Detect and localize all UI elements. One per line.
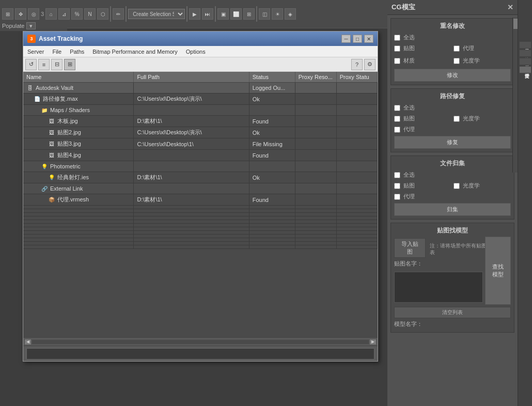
collect-button[interactable]: 归集 bbox=[394, 203, 511, 216]
scroll-track[interactable] bbox=[32, 339, 369, 345]
toolbar-icon-light[interactable]: ☀ bbox=[272, 8, 283, 20]
toolbar-icon-pen[interactable]: ✏ bbox=[113, 8, 124, 20]
toolbar-icon-box[interactable]: ▣ bbox=[217, 8, 229, 20]
row-proxy-stat bbox=[336, 194, 377, 206]
populate-label: Populate bbox=[2, 23, 24, 29]
row-name: 木板.jpg bbox=[57, 117, 78, 125]
row-status: Ok bbox=[249, 172, 295, 183]
close-button[interactable]: ✕ bbox=[364, 35, 373, 43]
sidebar-item-scene[interactable]: 场景优化 bbox=[519, 41, 531, 49]
col-status[interactable]: Status bbox=[249, 72, 295, 83]
query-model-button[interactable]: 查找 模型 bbox=[485, 237, 511, 305]
toolbar-icon-3[interactable]: ◎ bbox=[28, 8, 39, 20]
collect-all-checkbox[interactable] bbox=[394, 172, 400, 178]
row-proxy-res bbox=[295, 172, 336, 183]
row-path bbox=[134, 105, 249, 116]
toolbar-icon-6[interactable]: % bbox=[71, 8, 83, 20]
rename-all-checkbox[interactable] bbox=[394, 35, 400, 41]
toolbar-icon-step[interactable]: ⏭ bbox=[202, 8, 213, 20]
toolbar-icon-play[interactable]: ▶ bbox=[189, 8, 200, 20]
toolbar-icon-4[interactable]: ⌂ bbox=[45, 8, 57, 20]
asset-table-container[interactable]: Name Full Path Status Proxy Reso... Prox… bbox=[23, 72, 378, 337]
sidebar-item-file[interactable]: 文件管理 bbox=[519, 66, 531, 73]
rename-material-row: 材质 bbox=[394, 57, 452, 65]
import-texture-button[interactable]: 导入贴图 bbox=[394, 238, 426, 258]
cg-close-btn[interactable]: ✕ bbox=[507, 3, 513, 11]
asset-input-row bbox=[23, 346, 378, 361]
panel-scrollbar[interactable] bbox=[512, 18, 518, 173]
toolbar-icon-1[interactable]: ⊞ bbox=[2, 8, 13, 20]
row-status: Found bbox=[249, 194, 295, 206]
clear-list-button[interactable]: 清空列表 bbox=[394, 307, 511, 318]
row-status: Found bbox=[249, 150, 295, 161]
row-path bbox=[134, 161, 249, 172]
toolbar-icon-5[interactable]: ⊿ bbox=[58, 8, 70, 20]
rename-proxy-checkbox[interactable] bbox=[453, 45, 460, 52]
repair-button[interactable]: 修复 bbox=[394, 136, 511, 149]
path-photometric-label: 光度学 bbox=[463, 115, 480, 122]
scroll-left-btn[interactable]: ◀ bbox=[24, 339, 32, 345]
row-path: C:\Users\xl\Desktop\演示\ bbox=[134, 127, 249, 138]
cg-panel-content: CG模宝 ✕ 重名修改 全选 贴图 代理 材质 bbox=[387, 0, 518, 406]
asset-input-field[interactable] bbox=[26, 348, 374, 360]
collect-proxy-checkbox[interactable] bbox=[394, 194, 400, 200]
menu-paths[interactable]: Paths bbox=[66, 48, 88, 56]
toolbar-btn-settings[interactable]: ⚙ bbox=[364, 59, 375, 70]
col-proxy-res[interactable]: Proxy Reso... bbox=[295, 72, 336, 83]
sidebar-item-render[interactable]: 渲染 bbox=[519, 50, 531, 57]
row-path: D:\素材\1\ bbox=[134, 116, 249, 127]
menu-options[interactable]: Options bbox=[182, 48, 210, 56]
modify-button[interactable]: 修改 bbox=[394, 69, 511, 82]
panel-scroll-thumb[interactable] bbox=[513, 19, 518, 29]
toolbar-icon-2[interactable]: ✥ bbox=[15, 8, 26, 20]
horizontal-scrollbar[interactable]: ◀ ▶ bbox=[23, 337, 378, 346]
restore-button[interactable]: □ bbox=[353, 35, 362, 43]
toolbar-icon-mat[interactable]: ◈ bbox=[285, 8, 296, 20]
path-texture-row: 贴图 bbox=[394, 115, 452, 122]
populate-dropdown[interactable]: ▾ bbox=[26, 22, 36, 29]
scroll-right-btn[interactable]: ▶ bbox=[369, 339, 377, 345]
menu-file[interactable]: File bbox=[48, 48, 66, 56]
rename-section: 重名修改 全选 贴图 代理 材质 光度学 修改 bbox=[390, 18, 514, 85]
rename-photometric-row: 光度学 bbox=[453, 57, 511, 65]
toolbar-btn-4[interactable]: ⊞ bbox=[64, 59, 75, 70]
rename-texture-checkbox[interactable] bbox=[394, 45, 400, 52]
toolbar-icon-frame[interactable]: ⬜ bbox=[230, 8, 242, 20]
col-path[interactable]: Full Path bbox=[134, 72, 249, 83]
create-selection-dropdown[interactable]: Create Selection Se... bbox=[128, 9, 185, 19]
table-row: 💡 经典射灯.ies D:\素材\1\ Ok bbox=[23, 172, 378, 183]
path-texture-checkbox[interactable] bbox=[394, 116, 400, 122]
rename-material-checkbox[interactable] bbox=[394, 58, 400, 64]
col-name[interactable]: Name bbox=[23, 72, 134, 83]
toolbar-btn-help[interactable]: ? bbox=[351, 59, 363, 70]
row-path bbox=[134, 150, 249, 161]
table-row-empty bbox=[23, 209, 378, 213]
table-row-empty bbox=[23, 224, 378, 227]
toolbar-icon-grid[interactable]: ⊞ bbox=[243, 8, 255, 20]
row-status bbox=[249, 161, 295, 172]
path-proxy-checkbox[interactable] bbox=[394, 127, 400, 133]
menu-bitmap[interactable]: Bitmap Performance and Memory bbox=[88, 48, 181, 56]
toolbar-btn-1[interactable]: ↺ bbox=[25, 59, 37, 70]
minimize-button[interactable]: ─ bbox=[341, 35, 351, 43]
table-row: 📄 路径修复.max C:\Users\xl\Desktop\演示\ Ok bbox=[23, 93, 378, 105]
row-proxy-res bbox=[295, 194, 336, 206]
rename-photometric-checkbox[interactable] bbox=[453, 58, 460, 64]
collect-texture-checkbox[interactable] bbox=[394, 183, 400, 189]
rename-proxy-row: 代理 bbox=[453, 44, 511, 52]
menu-server[interactable]: Server bbox=[23, 48, 48, 56]
toolbar-icon-8[interactable]: ⬡ bbox=[97, 8, 108, 20]
toolbar-icon-cam[interactable]: ◫ bbox=[259, 8, 270, 20]
texture-model-title: 贴图找模型 bbox=[394, 226, 511, 235]
path-photometric-checkbox[interactable] bbox=[453, 116, 460, 122]
toolbar-btn-2[interactable]: ≡ bbox=[38, 59, 50, 70]
row-name: External Link bbox=[50, 185, 83, 192]
toolbar-icon-7[interactable]: N bbox=[84, 8, 96, 20]
toolbar-btn-3[interactable]: ⊟ bbox=[51, 59, 62, 70]
path-all-checkbox[interactable] bbox=[394, 105, 400, 111]
col-proxy-stat[interactable]: Proxy Statu bbox=[336, 72, 377, 83]
rename-proxy-label: 代理 bbox=[463, 44, 474, 52]
collect-photometric-checkbox[interactable] bbox=[453, 183, 460, 189]
sidebar-item-material[interactable]: 材质 bbox=[519, 58, 531, 65]
row-proxy-stat bbox=[336, 138, 377, 150]
